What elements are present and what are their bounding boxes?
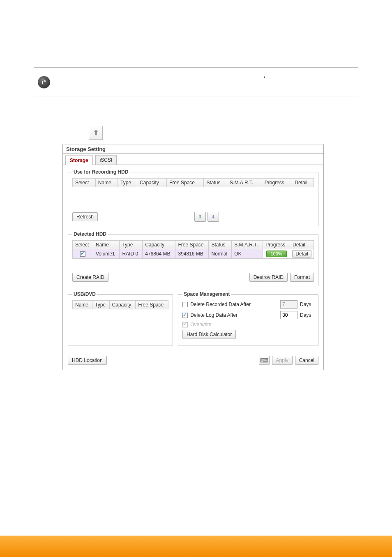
col-type[interactable]: Type <box>92 301 109 309</box>
days-label: Days <box>300 302 314 307</box>
cell-capacity: 476864 MB <box>143 249 175 259</box>
delete-recorded-days-input[interactable] <box>280 300 297 309</box>
recording-hdd-fieldset: Use for Recording HDD Select Name Type C… <box>68 169 318 226</box>
delete-log-checkbox[interactable] <box>182 313 188 318</box>
usb-dvd-legend: USB/DVD <box>72 291 97 297</box>
dialog-title: Storage Setting <box>63 144 323 152</box>
col-smart[interactable]: S.M.A.R.T. <box>232 241 263 249</box>
arrow-down-icon: ⬇ <box>211 214 215 220</box>
col-type[interactable]: Type <box>120 241 143 249</box>
col-free-space[interactable]: Free Space <box>175 241 209 249</box>
bottom-columns: USB/DVD Name Type Capacity Free Space <box>68 291 318 351</box>
col-select[interactable]: Select <box>73 241 93 249</box>
arrow-up-icon: ⬆ <box>198 214 202 220</box>
detail-button[interactable]: Detail <box>292 250 311 258</box>
space-management-legend: Space Management <box>182 291 231 297</box>
row-select-checkbox[interactable] <box>80 251 85 257</box>
delete-log-label: Delete Log Data After <box>190 312 278 318</box>
col-select[interactable]: Select <box>73 179 96 187</box>
cell-status: Normal <box>209 249 232 259</box>
col-free-space[interactable]: Free Space <box>136 301 168 309</box>
col-name[interactable]: Name <box>93 241 120 249</box>
tab-bar: Storage iSCSI <box>63 153 323 165</box>
progress-bar: 100% <box>266 251 287 257</box>
col-progress[interactable]: Progress <box>262 179 292 187</box>
col-progress[interactable]: Progress <box>263 241 290 249</box>
cell-type: RAID 0 <box>120 249 143 259</box>
destroy-raid-button[interactable]: Destroy RAID <box>249 273 288 282</box>
col-free-space[interactable]: Free Space <box>166 179 203 187</box>
recording-hdd-table: Select Name Type Capacity Free Space Sta… <box>72 178 314 187</box>
storage-dialog-wrap: ⬆ Storage Setting Storage iSCSI Use for … <box>62 126 324 370</box>
tab-storage[interactable]: Storage <box>65 155 93 165</box>
table-header-row: Name Type Capacity Free Space <box>73 301 168 309</box>
hard-disk-calculator-button[interactable]: Hard Disk Calculator <box>182 330 236 339</box>
keyboard-icon[interactable]: ⌨ <box>259 356 270 365</box>
recording-table-wrap: Select Name Type Capacity Free Space Sta… <box>72 178 314 209</box>
col-name[interactable]: Name <box>73 301 92 309</box>
format-button[interactable]: Format <box>290 273 314 282</box>
info-quote: ' <box>264 75 265 81</box>
overwrite-label: Overwrite <box>190 322 314 327</box>
col-detail[interactable]: Detail <box>292 179 314 187</box>
cancel-button[interactable]: Cancel <box>295 356 318 365</box>
move-up-button[interactable]: ⬆ <box>194 212 206 222</box>
col-type[interactable]: Type <box>118 179 137 187</box>
cell-free-space: 394816 MB <box>175 249 209 259</box>
col-capacity[interactable]: Capacity <box>109 301 136 309</box>
create-raid-button[interactable]: Create RAID <box>72 273 108 282</box>
move-down-button[interactable]: ⬇ <box>208 212 219 222</box>
recording-hdd-legend: Use for Recording HDD <box>72 169 129 175</box>
info-icon <box>38 76 50 88</box>
recording-toolbar: Refresh ⬆ ⬇ <box>72 212 314 222</box>
table-row[interactable]: Volume1 RAID 0 476864 MB 394816 MB Norma… <box>73 249 314 259</box>
hdd-location-button[interactable]: HDD Location <box>68 356 107 365</box>
cell-name: Volume1 <box>93 249 120 259</box>
col-capacity[interactable]: Capacity <box>143 241 175 249</box>
storage-setting-dialog: Storage Setting Storage iSCSI Use for Re… <box>62 144 324 370</box>
col-detail[interactable]: Detail <box>290 241 314 249</box>
apply-button[interactable]: Apply <box>272 356 293 365</box>
col-capacity[interactable]: Capacity <box>137 179 167 187</box>
delete-recorded-row: Delete Recorded Data After Days <box>182 300 314 309</box>
scroll-up-large-button[interactable]: ⬆ <box>89 126 103 140</box>
usb-dvd-fieldset: USB/DVD Name Type Capacity Free Space <box>68 291 173 346</box>
tab-body-storage: Use for Recording HDD Select Name Type C… <box>63 165 323 356</box>
detected-hdd-table: Select Name Type Capacity Free Space Sta… <box>72 240 314 259</box>
delete-log-days-input[interactable] <box>280 311 297 319</box>
space-management-fieldset: Space Management Delete Recorded Data Af… <box>178 291 318 346</box>
cell-detail: Detail <box>290 249 314 259</box>
delete-log-row: Delete Log Data After Days <box>182 311 314 319</box>
table-header-row: Select Name Type Capacity Free Space Sta… <box>73 179 314 187</box>
detected-hdd-fieldset: Detected HDD Select Name Type Capacity F… <box>68 231 318 286</box>
spacer <box>111 273 247 282</box>
col-smart[interactable]: S.M.A.R.T. <box>227 179 262 187</box>
delete-recorded-label: Delete Recorded Data After <box>190 302 278 307</box>
raid-toolbar: Create RAID Destroy RAID Format <box>72 273 314 282</box>
cell-smart: OK <box>232 249 263 259</box>
table-header-row: Select Name Type Capacity Free Space Sta… <box>73 241 314 249</box>
page-footer-bar <box>0 536 392 557</box>
calculator-row: Hard Disk Calculator <box>182 330 314 339</box>
cell-select <box>73 249 93 259</box>
overwrite-row: Overwrite <box>182 322 314 327</box>
tab-iscsi[interactable]: iSCSI <box>95 155 117 165</box>
col-status[interactable]: Status <box>209 241 232 249</box>
days-label: Days <box>300 312 314 318</box>
dialog-footer: HDD Location ⌨ Apply Cancel <box>63 356 323 370</box>
col-name[interactable]: Name <box>95 179 118 187</box>
refresh-button[interactable]: Refresh <box>72 212 98 221</box>
col-status[interactable]: Status <box>204 179 227 187</box>
cell-progress: 100% <box>263 249 290 259</box>
overwrite-checkbox <box>182 322 188 327</box>
usb-dvd-table: Name Type Capacity Free Space <box>72 300 168 309</box>
info-bar: ' <box>34 67 358 97</box>
detected-hdd-legend: Detected HDD <box>72 231 108 237</box>
delete-recorded-checkbox[interactable] <box>182 302 188 307</box>
arrow-up-icon: ⬆ <box>93 128 99 137</box>
